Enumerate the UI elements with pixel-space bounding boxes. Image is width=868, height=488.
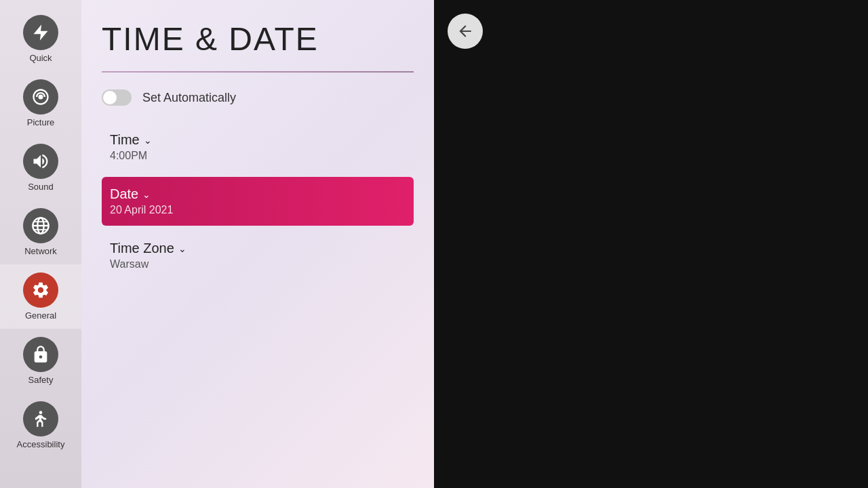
divider [102, 71, 414, 73]
sidebar-item-network-label: Network [24, 246, 57, 256]
timezone-row-title: Time Zone ⌄ [110, 241, 406, 256]
main-panel: TIME & DATE Set Automatically Time ⌄ 4:0… [81, 0, 434, 488]
sidebar-item-picture[interactable]: Picture [0, 71, 81, 136]
date-row[interactable]: Date ⌄ 20 April 2021 [102, 177, 414, 226]
accessibility-icon [23, 401, 58, 436]
network-icon [23, 208, 58, 243]
sidebar-item-sound-label: Sound [28, 182, 54, 192]
date-chevron-icon: ⌄ [142, 189, 151, 200]
right-panel [434, 0, 868, 488]
sidebar-item-sound[interactable]: Sound [0, 136, 81, 200]
time-row-value: 4:00PM [110, 150, 406, 162]
back-arrow-icon [456, 22, 474, 40]
general-icon [23, 272, 58, 308]
sidebar-item-accessibility-label: Accessibility [17, 439, 65, 449]
svg-point-1 [39, 95, 43, 100]
time-chevron-icon: ⌄ [144, 135, 152, 146]
back-button[interactable] [448, 14, 483, 49]
date-row-value: 20 April 2021 [110, 204, 406, 216]
auto-set-row[interactable]: Set Automatically [102, 86, 414, 109]
sidebar: Quick Picture Sound Network General Safe… [0, 0, 81, 488]
date-row-title: Date ⌄ [110, 186, 406, 202]
sidebar-item-picture-label: Picture [27, 117, 54, 127]
time-row-title: Time ⌄ [110, 132, 406, 148]
svg-marker-0 [34, 24, 48, 40]
sidebar-item-safety-label: Safety [28, 375, 54, 385]
sidebar-item-general-label: General [25, 310, 56, 321]
svg-point-7 [39, 411, 43, 414]
safety-icon [23, 337, 58, 372]
quick-icon [23, 15, 58, 50]
timezone-row-value: Warsaw [110, 258, 406, 270]
sidebar-item-accessibility[interactable]: Accessibility [0, 393, 81, 458]
sidebar-item-quick-label: Quick [29, 53, 52, 63]
auto-set-toggle[interactable] [102, 89, 132, 106]
timezone-row[interactable]: Time Zone ⌄ Warsaw [102, 231, 414, 280]
picture-icon [23, 79, 58, 115]
sidebar-item-network[interactable]: Network [0, 200, 81, 264]
timezone-chevron-icon: ⌄ [178, 243, 186, 254]
page-title: TIME & DATE [102, 20, 414, 58]
auto-set-label: Set Automatically [142, 91, 236, 105]
sidebar-item-quick[interactable]: Quick [0, 7, 81, 71]
time-row[interactable]: Time ⌄ 4:00PM [102, 123, 414, 171]
sound-icon [23, 144, 58, 179]
sidebar-item-general[interactable]: General [0, 264, 81, 329]
sidebar-item-safety[interactable]: Safety [0, 329, 81, 393]
